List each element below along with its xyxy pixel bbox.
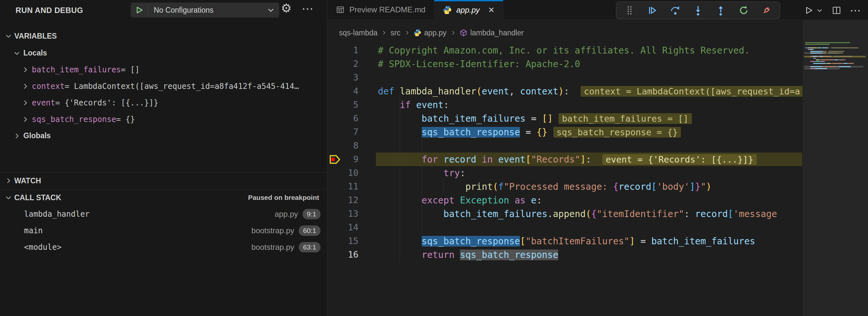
- tab-app-py[interactable]: app.py ✕: [434, 0, 503, 20]
- gutter[interactable]: 5: [327, 98, 378, 112]
- step-into-button[interactable]: [689, 3, 707, 18]
- frame-position-badge: 60:1: [299, 225, 320, 236]
- gutter[interactable]: 16: [327, 248, 378, 261]
- line-number: 12: [348, 193, 359, 207]
- stack-frame-row[interactable]: lambda_handlerapp.py9:1: [0, 206, 327, 222]
- frame-name: main: [24, 226, 251, 235]
- tab-bar: Preview README.md app.py ✕: [327, 0, 868, 20]
- gutter[interactable]: 12: [327, 193, 378, 207]
- gutter[interactable]: 3: [327, 71, 378, 84]
- gear-icon[interactable]: ⚙: [281, 1, 291, 15]
- variables-group-locals[interactable]: Locals: [0, 45, 327, 61]
- chevron-right-icon: [4, 177, 12, 185]
- variable-row-sqs_batch_response[interactable]: sqs_batch_response = {}: [0, 111, 327, 127]
- gutter[interactable]: 9: [327, 153, 378, 166]
- code-line-16[interactable]: 16 return sqs_batch_response: [327, 248, 803, 261]
- disconnect-button[interactable]: [758, 3, 775, 18]
- code-line-1[interactable]: 1# Copyright Amazon.com, Inc. or its aff…: [327, 43, 803, 57]
- run-dropdown-chevron-icon[interactable]: [816, 7, 823, 14]
- gutter[interactable]: 14: [327, 221, 378, 234]
- code-line-2[interactable]: 2# SPDX-License-Identifier: Apache-2.0: [327, 57, 803, 71]
- step-out-button[interactable]: [712, 3, 730, 18]
- tab-preview-readme[interactable]: Preview README.md: [327, 0, 434, 20]
- code-text: try:: [378, 168, 465, 179]
- line-number: 6: [353, 112, 359, 125]
- chevron-down-icon: [4, 194, 12, 201]
- chevron-right-icon: [22, 99, 29, 107]
- frame-file: bootstrap.py: [251, 226, 294, 235]
- variables-group-globals[interactable]: Globals: [0, 127, 327, 144]
- line-number: 15: [348, 234, 359, 248]
- gutter[interactable]: 2: [327, 57, 378, 71]
- code-text: batch_item_failures.append({"itemIdentif…: [378, 209, 777, 219]
- step-over-button[interactable]: [666, 3, 684, 18]
- minimap[interactable]: [802, 20, 868, 316]
- breadcrumb-item-folder[interactable]: src: [391, 29, 401, 37]
- code-text: # Copyright Amazon.com, Inc. or its affi…: [378, 45, 750, 56]
- continue-button[interactable]: [644, 3, 661, 18]
- line-number: 14: [348, 221, 359, 234]
- split-editor-button[interactable]: [832, 5, 841, 15]
- variable-name: context: [32, 82, 65, 91]
- frame-position-badge: 9:1: [303, 209, 320, 219]
- gutter[interactable]: 11: [327, 180, 378, 193]
- more-actions-icon[interactable]: ⋯: [850, 4, 861, 17]
- code-line-10[interactable]: 10 try:: [327, 166, 803, 180]
- gutter[interactable]: 6: [327, 112, 378, 125]
- code-area[interactable]: 1# Copyright Amazon.com, Inc. or its aff…: [327, 43, 803, 316]
- code-line-9[interactable]: 9 for record in event["Records"]: event …: [327, 153, 803, 166]
- gutter[interactable]: 10: [327, 166, 378, 180]
- gutter[interactable]: 1: [327, 43, 378, 57]
- code-line-13[interactable]: 13 batch_item_failures.append({"itemIden…: [327, 207, 803, 221]
- chevron-down-icon: [13, 49, 21, 57]
- code-line-5[interactable]: 5 if event:: [327, 98, 803, 112]
- frame-file: bootstrap.py: [251, 243, 294, 252]
- launch-configuration-dropdown[interactable]: No Configurations: [131, 3, 279, 18]
- inline-debug-value: batch_item_failures = []: [559, 113, 691, 124]
- watch-section-header[interactable]: WATCH: [0, 173, 327, 189]
- line-number: 11: [348, 180, 359, 193]
- run-and-debug-panel: RUN AND DEBUG No Configurations ⚙ ⋯ VARI…: [0, 0, 327, 316]
- gutter[interactable]: 13: [327, 207, 378, 221]
- divider: [0, 189, 327, 189]
- variable-value: = []: [121, 65, 140, 74]
- restart-button[interactable]: [735, 3, 752, 18]
- code-line-14[interactable]: 14: [327, 221, 803, 234]
- code-line-4[interactable]: 4def lambda_handler(event, context): con…: [327, 84, 803, 98]
- breadcrumb-item-symbol[interactable]: lambda_handler: [460, 29, 524, 37]
- code-text: def lambda_handler(event, context): cont…: [378, 86, 803, 97]
- gutter[interactable]: 8: [327, 139, 378, 153]
- gutter[interactable]: 4: [327, 84, 378, 98]
- line-number: 7: [353, 125, 359, 139]
- drag-handle-icon[interactable]: [621, 3, 638, 18]
- panel-title: RUN AND DEBUG: [16, 6, 83, 15]
- stack-frame-row[interactable]: mainbootstrap.py60:1: [0, 222, 327, 239]
- start-debugging-icon[interactable]: [131, 5, 148, 14]
- variable-row-context[interactable]: context = LambdaContext([aws_request_id=…: [0, 78, 327, 94]
- variables-section-header[interactable]: VARIABLES: [0, 29, 327, 43]
- call-stack-section-header[interactable]: CALL STACK Paused on breakpoint: [0, 190, 327, 205]
- variable-row-batch_item_failures[interactable]: batch_item_failures = []: [0, 61, 327, 78]
- code-line-8[interactable]: 8: [327, 139, 803, 153]
- more-actions-icon[interactable]: ⋯: [302, 2, 314, 15]
- code-line-11[interactable]: 11 print(f"Processed message: {record['b…: [327, 180, 803, 193]
- gutter[interactable]: 15: [327, 234, 378, 248]
- code-line-3[interactable]: 3: [327, 71, 803, 84]
- gutter[interactable]: 7: [327, 125, 378, 139]
- frame-position-badge: 63:1: [299, 242, 320, 252]
- code-line-7[interactable]: 7 sqs_batch_response = {}sqs_batch_respo…: [327, 125, 803, 139]
- close-icon[interactable]: ✕: [488, 5, 495, 14]
- chevron-down-icon: [4, 32, 12, 40]
- stack-frame-row[interactable]: <module>bootstrap.py63:1: [0, 239, 327, 255]
- code-line-6[interactable]: 6 batch_item_failures = []batch_item_fai…: [327, 112, 803, 125]
- code-line-15[interactable]: 15 sqs_batch_response["batchItemFailures…: [327, 234, 803, 248]
- breakpoint-current-icon[interactable]: [329, 154, 342, 165]
- code-text: return sqs_batch_response: [378, 250, 558, 260]
- inline-debug-value: event = {'Records': [{...}]}: [602, 154, 756, 165]
- breadcrumb-item-folder[interactable]: sqs-lambda: [339, 29, 378, 37]
- breadcrumb-item-file[interactable]: app.py: [413, 29, 447, 37]
- editor-group: Preview README.md app.py ✕: [327, 0, 868, 316]
- variable-row-event[interactable]: event = {'Records': [{...}]}: [0, 94, 327, 111]
- run-python-file-button[interactable]: [804, 5, 813, 15]
- code-line-12[interactable]: 12 except Exception as e:: [327, 193, 803, 207]
